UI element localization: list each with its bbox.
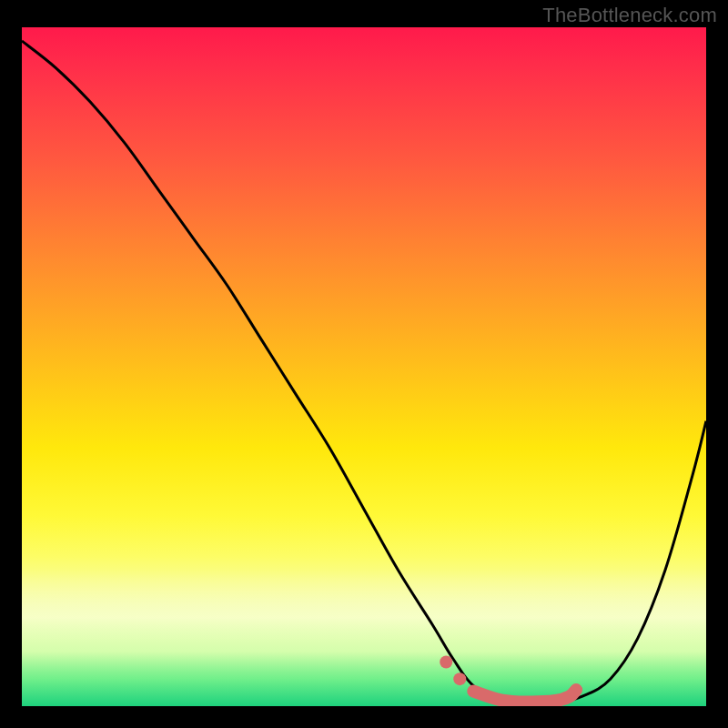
optimal-highlight-path	[473, 690, 576, 702]
watermark-text: TheBottleneck.com	[542, 4, 717, 27]
bottleneck-curve-path	[22, 41, 706, 703]
highlight-dot-1	[440, 656, 452, 669]
chart-frame: TheBottleneck.com	[0, 0, 728, 728]
curve-layer	[22, 27, 706, 706]
plot-area	[22, 27, 706, 706]
highlight-dot-2	[453, 672, 466, 685]
